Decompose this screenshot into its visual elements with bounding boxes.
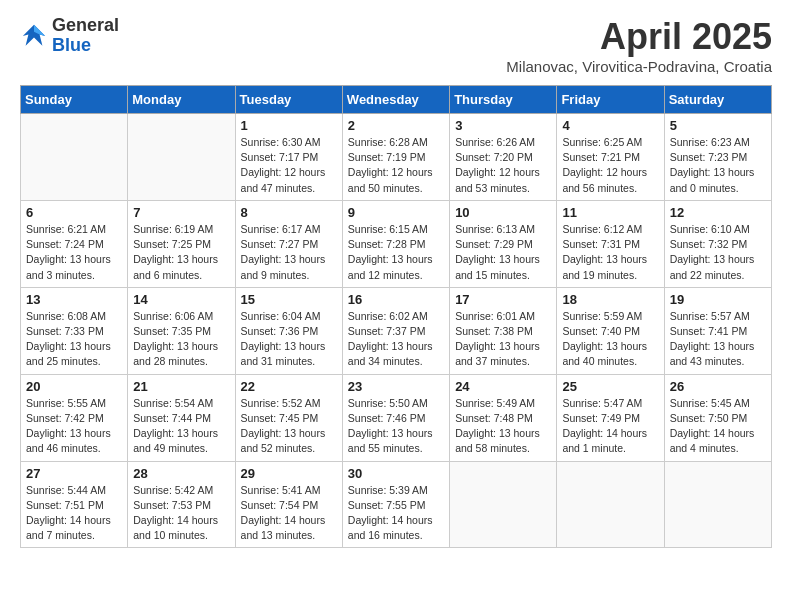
day-number: 21 <box>133 379 229 394</box>
table-row: 2Sunrise: 6:28 AM Sunset: 7:19 PM Daylig… <box>342 114 449 201</box>
day-detail: Sunrise: 5:41 AM Sunset: 7:54 PM Dayligh… <box>241 483 337 544</box>
day-detail: Sunrise: 5:50 AM Sunset: 7:46 PM Dayligh… <box>348 396 444 457</box>
table-row: 20Sunrise: 5:55 AM Sunset: 7:42 PM Dayli… <box>21 374 128 461</box>
table-row: 4Sunrise: 6:25 AM Sunset: 7:21 PM Daylig… <box>557 114 664 201</box>
page-header: General Blue April 2025 Milanovac, Virov… <box>20 16 772 75</box>
calendar-week-row: 1Sunrise: 6:30 AM Sunset: 7:17 PM Daylig… <box>21 114 772 201</box>
day-detail: Sunrise: 6:28 AM Sunset: 7:19 PM Dayligh… <box>348 135 444 196</box>
header-wednesday: Wednesday <box>342 86 449 114</box>
day-detail: Sunrise: 5:39 AM Sunset: 7:55 PM Dayligh… <box>348 483 444 544</box>
day-detail: Sunrise: 6:25 AM Sunset: 7:21 PM Dayligh… <box>562 135 658 196</box>
calendar-week-row: 6Sunrise: 6:21 AM Sunset: 7:24 PM Daylig… <box>21 200 772 287</box>
day-number: 9 <box>348 205 444 220</box>
day-number: 1 <box>241 118 337 133</box>
title-block: April 2025 Milanovac, Virovitica-Podravi… <box>506 16 772 75</box>
day-detail: Sunrise: 5:59 AM Sunset: 7:40 PM Dayligh… <box>562 309 658 370</box>
table-row: 24Sunrise: 5:49 AM Sunset: 7:48 PM Dayli… <box>450 374 557 461</box>
table-row: 28Sunrise: 5:42 AM Sunset: 7:53 PM Dayli… <box>128 461 235 548</box>
table-row: 13Sunrise: 6:08 AM Sunset: 7:33 PM Dayli… <box>21 287 128 374</box>
table-row: 27Sunrise: 5:44 AM Sunset: 7:51 PM Dayli… <box>21 461 128 548</box>
day-number: 5 <box>670 118 766 133</box>
day-detail: Sunrise: 6:26 AM Sunset: 7:20 PM Dayligh… <box>455 135 551 196</box>
table-row <box>128 114 235 201</box>
calendar-table: Sunday Monday Tuesday Wednesday Thursday… <box>20 85 772 548</box>
table-row: 5Sunrise: 6:23 AM Sunset: 7:23 PM Daylig… <box>664 114 771 201</box>
header-friday: Friday <box>557 86 664 114</box>
calendar-week-row: 20Sunrise: 5:55 AM Sunset: 7:42 PM Dayli… <box>21 374 772 461</box>
day-detail: Sunrise: 6:01 AM Sunset: 7:38 PM Dayligh… <box>455 309 551 370</box>
day-detail: Sunrise: 6:13 AM Sunset: 7:29 PM Dayligh… <box>455 222 551 283</box>
day-number: 15 <box>241 292 337 307</box>
table-row: 8Sunrise: 6:17 AM Sunset: 7:27 PM Daylig… <box>235 200 342 287</box>
day-number: 24 <box>455 379 551 394</box>
table-row: 25Sunrise: 5:47 AM Sunset: 7:49 PM Dayli… <box>557 374 664 461</box>
weekday-header-row: Sunday Monday Tuesday Wednesday Thursday… <box>21 86 772 114</box>
table-row: 11Sunrise: 6:12 AM Sunset: 7:31 PM Dayli… <box>557 200 664 287</box>
header-saturday: Saturday <box>664 86 771 114</box>
header-tuesday: Tuesday <box>235 86 342 114</box>
table-row: 10Sunrise: 6:13 AM Sunset: 7:29 PM Dayli… <box>450 200 557 287</box>
table-row: 18Sunrise: 5:59 AM Sunset: 7:40 PM Dayli… <box>557 287 664 374</box>
calendar-week-row: 13Sunrise: 6:08 AM Sunset: 7:33 PM Dayli… <box>21 287 772 374</box>
calendar-location: Milanovac, Virovitica-Podravina, Croatia <box>506 58 772 75</box>
day-detail: Sunrise: 5:42 AM Sunset: 7:53 PM Dayligh… <box>133 483 229 544</box>
table-row: 17Sunrise: 6:01 AM Sunset: 7:38 PM Dayli… <box>450 287 557 374</box>
table-row <box>557 461 664 548</box>
table-row: 30Sunrise: 5:39 AM Sunset: 7:55 PM Dayli… <box>342 461 449 548</box>
header-sunday: Sunday <box>21 86 128 114</box>
table-row: 29Sunrise: 5:41 AM Sunset: 7:54 PM Dayli… <box>235 461 342 548</box>
day-detail: Sunrise: 6:12 AM Sunset: 7:31 PM Dayligh… <box>562 222 658 283</box>
day-number: 7 <box>133 205 229 220</box>
day-number: 10 <box>455 205 551 220</box>
day-number: 8 <box>241 205 337 220</box>
logo-general: General <box>52 16 119 36</box>
calendar-title: April 2025 <box>506 16 772 58</box>
table-row: 26Sunrise: 5:45 AM Sunset: 7:50 PM Dayli… <box>664 374 771 461</box>
calendar-week-row: 27Sunrise: 5:44 AM Sunset: 7:51 PM Dayli… <box>21 461 772 548</box>
day-number: 26 <box>670 379 766 394</box>
table-row <box>21 114 128 201</box>
day-number: 3 <box>455 118 551 133</box>
table-row: 12Sunrise: 6:10 AM Sunset: 7:32 PM Dayli… <box>664 200 771 287</box>
logo-blue: Blue <box>52 36 119 56</box>
table-row: 9Sunrise: 6:15 AM Sunset: 7:28 PM Daylig… <box>342 200 449 287</box>
logo: General Blue <box>20 16 119 56</box>
table-row: 15Sunrise: 6:04 AM Sunset: 7:36 PM Dayli… <box>235 287 342 374</box>
table-row: 16Sunrise: 6:02 AM Sunset: 7:37 PM Dayli… <box>342 287 449 374</box>
day-number: 29 <box>241 466 337 481</box>
day-number: 17 <box>455 292 551 307</box>
day-number: 6 <box>26 205 122 220</box>
day-detail: Sunrise: 5:55 AM Sunset: 7:42 PM Dayligh… <box>26 396 122 457</box>
day-number: 22 <box>241 379 337 394</box>
table-row: 21Sunrise: 5:54 AM Sunset: 7:44 PM Dayli… <box>128 374 235 461</box>
day-detail: Sunrise: 6:15 AM Sunset: 7:28 PM Dayligh… <box>348 222 444 283</box>
table-row: 19Sunrise: 5:57 AM Sunset: 7:41 PM Dayli… <box>664 287 771 374</box>
day-number: 27 <box>26 466 122 481</box>
table-row: 7Sunrise: 6:19 AM Sunset: 7:25 PM Daylig… <box>128 200 235 287</box>
header-thursday: Thursday <box>450 86 557 114</box>
day-number: 19 <box>670 292 766 307</box>
table-row: 14Sunrise: 6:06 AM Sunset: 7:35 PM Dayli… <box>128 287 235 374</box>
day-number: 23 <box>348 379 444 394</box>
day-detail: Sunrise: 6:30 AM Sunset: 7:17 PM Dayligh… <box>241 135 337 196</box>
day-detail: Sunrise: 6:04 AM Sunset: 7:36 PM Dayligh… <box>241 309 337 370</box>
logo-text: General Blue <box>52 16 119 56</box>
day-detail: Sunrise: 6:10 AM Sunset: 7:32 PM Dayligh… <box>670 222 766 283</box>
day-detail: Sunrise: 6:21 AM Sunset: 7:24 PM Dayligh… <box>26 222 122 283</box>
day-number: 28 <box>133 466 229 481</box>
table-row <box>664 461 771 548</box>
day-number: 14 <box>133 292 229 307</box>
day-number: 12 <box>670 205 766 220</box>
day-detail: Sunrise: 6:17 AM Sunset: 7:27 PM Dayligh… <box>241 222 337 283</box>
day-number: 11 <box>562 205 658 220</box>
day-detail: Sunrise: 5:44 AM Sunset: 7:51 PM Dayligh… <box>26 483 122 544</box>
day-detail: Sunrise: 6:19 AM Sunset: 7:25 PM Dayligh… <box>133 222 229 283</box>
day-number: 4 <box>562 118 658 133</box>
day-number: 16 <box>348 292 444 307</box>
day-detail: Sunrise: 5:45 AM Sunset: 7:50 PM Dayligh… <box>670 396 766 457</box>
table-row: 23Sunrise: 5:50 AM Sunset: 7:46 PM Dayli… <box>342 374 449 461</box>
table-row <box>450 461 557 548</box>
day-detail: Sunrise: 6:02 AM Sunset: 7:37 PM Dayligh… <box>348 309 444 370</box>
day-number: 20 <box>26 379 122 394</box>
table-row: 3Sunrise: 6:26 AM Sunset: 7:20 PM Daylig… <box>450 114 557 201</box>
